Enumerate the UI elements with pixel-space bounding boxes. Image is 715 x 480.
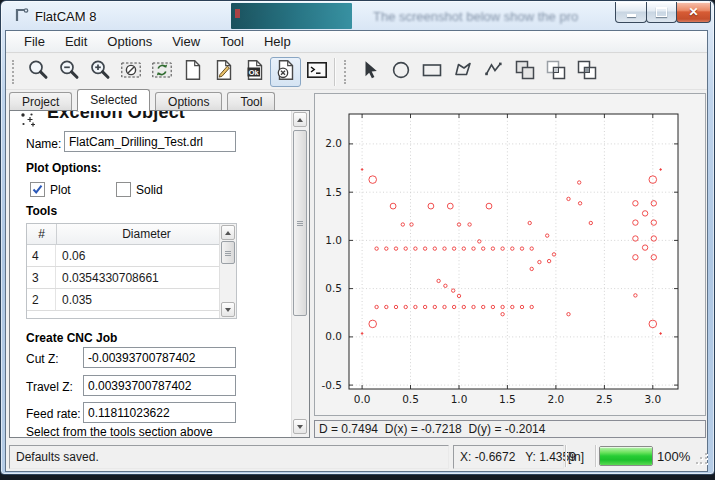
svg-text:0.5: 0.5 (402, 393, 419, 405)
solid-checkbox[interactable] (116, 182, 131, 197)
menu-view[interactable]: View (162, 32, 210, 51)
object-title: Excellon Object (47, 110, 185, 123)
travel-z-input[interactable] (83, 375, 236, 396)
tools-label: Tools (26, 204, 57, 218)
status-bar: Defaults saved. X: -0.6672 Y: 1.4359 [in… (6, 441, 707, 471)
svg-text:0.5: 0.5 (325, 282, 342, 294)
draw-rectangle-icon (420, 58, 444, 85)
plot-checkbox[interactable] (30, 182, 45, 197)
col-header-number[interactable]: # (27, 224, 57, 244)
menu-tool[interactable]: Tool (210, 32, 254, 51)
toolbar-separator (334, 58, 336, 86)
tool-row[interactable]: 40.06 (27, 245, 221, 267)
svg-text:-0.5: -0.5 (322, 379, 343, 391)
new-file-button[interactable] (177, 57, 208, 87)
panel-scroll-thumb[interactable] (293, 130, 307, 316)
toolbar: Ok (6, 54, 707, 90)
window-title: FlatCAM 8 (35, 9, 96, 24)
panel-scrollbar[interactable] (291, 111, 309, 437)
tools-table[interactable]: # Diameter 40.0630.035433070866120.035 (26, 223, 237, 319)
drill-object-icon (19, 111, 37, 132)
accept-file-button[interactable]: Ok (239, 57, 270, 87)
feed-rate-label: Feed rate: (26, 407, 81, 421)
zoom-fit-button[interactable] (22, 57, 53, 87)
zoom-in-button[interactable] (84, 57, 115, 87)
shell-button[interactable] (301, 57, 332, 87)
new-file-icon (181, 58, 205, 85)
svg-text:Ok: Ok (248, 68, 259, 77)
edit-file-button[interactable] (208, 57, 239, 87)
status-message: Defaults saved. (9, 445, 449, 469)
draw-polyline-icon (482, 58, 506, 85)
tool-row[interactable]: 30.0354330708661 (27, 267, 221, 289)
cut-z-label: Cut Z: (26, 352, 59, 366)
toolbar-grip[interactable] (344, 60, 350, 84)
cancel-file-button[interactable] (270, 57, 301, 87)
col-header-diameter[interactable]: Diameter (57, 224, 236, 244)
draw-circle-button[interactable] (385, 57, 416, 87)
tool-diameter: 0.06 (56, 249, 85, 263)
table-scroll-down-icon[interactable] (221, 302, 235, 317)
svg-text:2.0: 2.0 (548, 393, 565, 405)
tab-selected[interactable]: Selected (77, 89, 150, 111)
draw-polyline-button[interactable] (478, 57, 509, 87)
travel-z-label: Travel Z: (26, 380, 73, 394)
svg-text:1.5: 1.5 (325, 186, 342, 198)
clear-plot-button[interactable] (115, 57, 146, 87)
shape-union-button[interactable] (509, 57, 540, 87)
menubar: FileEditOptionsViewToolHelp (6, 31, 707, 53)
table-scrollbar[interactable] (219, 224, 236, 318)
cancel-file-icon (274, 58, 298, 85)
tool-row[interactable]: 20.035 (27, 289, 221, 311)
menu-file[interactable]: File (14, 32, 55, 51)
tab-options[interactable]: Options (155, 92, 222, 111)
table-scroll-up-icon[interactable] (221, 225, 235, 240)
app-window: FlatCAM 8 The screenshot below show the … (0, 0, 715, 475)
tool-number: 2 (27, 289, 56, 310)
menu-options[interactable]: Options (97, 32, 162, 51)
tab-project[interactable]: Project (9, 92, 72, 111)
plot-checkbox-label: Plot (50, 183, 71, 197)
plot-canvas[interactable]: 0.00.51.01.52.02.53.0-0.50.00.51.01.52.0 (314, 93, 706, 416)
background-bleed-blob (231, 3, 352, 29)
svg-text:1.5: 1.5 (499, 393, 516, 405)
svg-text:3.0: 3.0 (644, 393, 661, 405)
units-label: [in] (568, 450, 584, 464)
maximize-icon (656, 7, 667, 17)
resize-grip[interactable] (696, 453, 708, 465)
menu-edit[interactable]: Edit (55, 32, 97, 51)
shape-intersect-button[interactable] (571, 57, 602, 87)
tool-diameter: 0.035 (56, 293, 92, 307)
table-scroll-thumb[interactable] (221, 241, 235, 264)
replot-button[interactable] (146, 57, 177, 87)
name-input[interactable] (64, 131, 236, 152)
draw-rectangle-button[interactable] (416, 57, 447, 87)
zoom-in-icon (88, 58, 112, 85)
panel-scroll-up-icon[interactable] (293, 112, 307, 127)
toolbar-grip[interactable] (12, 60, 18, 84)
tool-number: 3 (27, 267, 56, 288)
shape-subtract-button[interactable] (540, 57, 571, 87)
measure-readout: D = 0.7494 D(x) = -0.7218 D(y) = -0.2014 (314, 420, 706, 438)
zoom-out-button[interactable] (53, 57, 84, 87)
edit-file-icon (212, 58, 236, 85)
maximize-button[interactable] (646, 2, 677, 23)
titlebar[interactable]: FlatCAM 8 The screenshot below show the … (1, 1, 714, 30)
shape-union-icon (513, 58, 537, 85)
menu-help[interactable]: Help (254, 32, 301, 51)
select-tool-button[interactable] (354, 57, 385, 87)
draw-polygon-button[interactable] (447, 57, 478, 87)
tab-tool[interactable]: Tool (227, 92, 275, 111)
feed-rate-input[interactable] (83, 402, 236, 423)
zoom-fit-icon (26, 58, 50, 85)
progress-fill (600, 447, 652, 465)
minimize-button[interactable] (615, 2, 647, 23)
cut-z-input[interactable] (83, 347, 236, 368)
svg-text:1.0: 1.0 (325, 234, 342, 246)
close-button[interactable]: ✕ (676, 2, 711, 23)
svg-text:0.0: 0.0 (354, 393, 371, 405)
panel-scroll-down-icon[interactable] (293, 419, 307, 434)
coordinates-readout: X: -0.6672 Y: 1.4359 (453, 445, 564, 469)
cnc-section-label: Create CNC Job (26, 331, 117, 345)
svg-text:2.0: 2.0 (325, 137, 342, 149)
